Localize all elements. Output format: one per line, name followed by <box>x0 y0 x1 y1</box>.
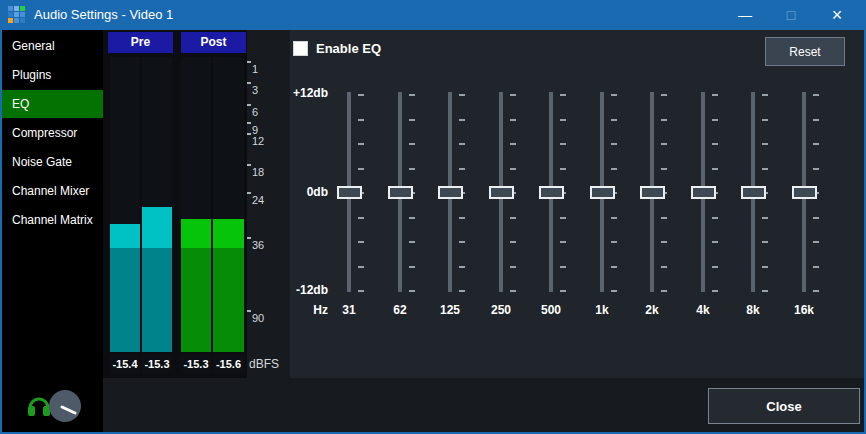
enable-eq-checkbox[interactable] <box>293 41 308 56</box>
eq-slider-tick <box>661 168 667 170</box>
eq-slider-tick <box>661 143 667 145</box>
volume-knob[interactable] <box>47 388 83 424</box>
eq-slider-tick <box>712 94 718 96</box>
eq-slider-tick <box>611 266 617 268</box>
eq-slider-tick <box>459 217 465 219</box>
enable-eq-label: Enable EQ <box>316 41 381 57</box>
reset-button[interactable]: Reset <box>765 37 845 66</box>
meter-group-label-pre: Pre <box>108 32 173 53</box>
eq-slider-tick <box>762 217 768 219</box>
eq-slider-tick <box>762 94 768 96</box>
eq-gain-label-bottom: -12db <box>270 283 328 297</box>
eq-slider-tick <box>611 241 617 243</box>
eq-slider-tick <box>358 217 364 219</box>
eq-slider-tick <box>813 168 819 170</box>
eq-slider-tick <box>661 266 667 268</box>
eq-slider-tick <box>762 119 768 121</box>
eq-slider-tick <box>409 217 415 219</box>
eq-slider-tick <box>661 217 667 219</box>
meter-bar-dark <box>142 248 172 352</box>
eq-slider-handle-500[interactable] <box>539 186 564 199</box>
meter-scale-label: 24 <box>252 194 264 206</box>
meter-scale-tick <box>247 122 251 124</box>
eq-slider-tick <box>712 266 718 268</box>
eq-slider-handle-1k[interactable] <box>590 186 615 199</box>
eq-slider-tick <box>409 290 415 292</box>
eq-slider-tick <box>611 94 617 96</box>
eq-slider-tick <box>560 94 566 96</box>
eq-slider-tick <box>611 143 617 145</box>
eq-slider-tick <box>560 241 566 243</box>
meter-bar-dark <box>213 248 244 352</box>
eq-slider-tick <box>459 168 465 170</box>
eq-slider-tick <box>560 143 566 145</box>
eq-slider-tick <box>712 143 718 145</box>
eq-slider-tick <box>459 94 465 96</box>
sidebar-item-compressor[interactable]: Compressor <box>2 119 103 147</box>
sidebar-item-plugins[interactable]: Plugins <box>2 61 103 89</box>
meter-scale-tick <box>247 237 251 239</box>
meter-scale-tick <box>247 104 251 106</box>
eq-slider-tick <box>762 241 768 243</box>
eq-slider-tick <box>813 143 819 145</box>
eq-slider-tick <box>560 168 566 170</box>
eq-slider-tick <box>813 94 819 96</box>
eq-slider-tick <box>762 168 768 170</box>
eq-slider-handle-250[interactable] <box>489 186 514 199</box>
audio-settings-window: Audio Settings - Video 1 — □ × GeneralPl… <box>0 0 866 434</box>
eq-slider-tick <box>510 290 516 292</box>
sidebar-item-channel-matrix[interactable]: Channel Matrix <box>2 206 103 234</box>
eq-slider-handle-31[interactable] <box>337 186 362 199</box>
close-button[interactable]: Close <box>708 388 860 424</box>
eq-slider-tick <box>459 290 465 292</box>
sidebar: GeneralPluginsEQCompressorNoise GateChan… <box>2 30 103 432</box>
meter-bar-bright <box>213 219 244 248</box>
eq-slider-tick <box>712 217 718 219</box>
titlebar-close-button[interactable]: × <box>814 0 860 30</box>
maximize-button: □ <box>768 0 814 30</box>
eq-slider-tick <box>611 290 617 292</box>
meter-scale-label: 90 <box>252 312 264 324</box>
eq-slider-tick <box>661 94 667 96</box>
eq-slider-tick <box>712 290 718 292</box>
eq-slider-tick <box>611 119 617 121</box>
eq-slider-handle-8k[interactable] <box>741 186 766 199</box>
meter-scale-label: 3 <box>252 84 258 96</box>
eq-slider-handle-4k[interactable] <box>691 186 716 199</box>
eq-slider-handle-16k[interactable] <box>792 186 817 199</box>
eq-slider-tick <box>409 168 415 170</box>
eq-freq-label-2k: 2k <box>630 303 674 317</box>
meter-scale-label: 12 <box>252 135 264 147</box>
sidebar-item-eq[interactable]: EQ <box>2 90 103 118</box>
meter-scale-tick <box>247 133 251 135</box>
eq-freq-label-16k: 16k <box>782 303 826 317</box>
meter-scale-label: 1 <box>252 63 258 75</box>
meter-value-3: -15.3 <box>181 355 211 374</box>
eq-slider-tick <box>358 168 364 170</box>
eq-slider-tick <box>459 266 465 268</box>
eq-slider-tick <box>560 290 566 292</box>
eq-slider-tick <box>661 290 667 292</box>
meter-column-post-1 <box>181 57 211 352</box>
eq-slider-handle-2k[interactable] <box>640 186 665 199</box>
meter-scale-tick <box>247 192 251 194</box>
eq-freq-label-62: 62 <box>378 303 422 317</box>
eq-slider-tick <box>510 168 516 170</box>
sidebar-item-general[interactable]: General <box>2 32 103 60</box>
eq-slider-tick <box>560 217 566 219</box>
eq-slider-handle-62[interactable] <box>388 186 413 199</box>
minimize-button[interactable]: — <box>722 0 768 30</box>
eq-slider-tick <box>712 119 718 121</box>
eq-freq-label-125: 125 <box>428 303 472 317</box>
eq-slider-tick <box>560 266 566 268</box>
meter-unit-label: dBFS <box>249 355 289 374</box>
sidebar-item-noise-gate[interactable]: Noise Gate <box>2 148 103 176</box>
eq-slider-handle-125[interactable] <box>438 186 463 199</box>
eq-freq-label-8k: 8k <box>731 303 775 317</box>
meter-bar-bright <box>181 219 211 248</box>
meter-scale-label: 6 <box>252 106 258 118</box>
meter-bar-dark <box>110 248 140 352</box>
eq-slider-tick <box>712 168 718 170</box>
sidebar-item-channel-mixer[interactable]: Channel Mixer <box>2 177 103 205</box>
eq-slider-tick <box>813 290 819 292</box>
